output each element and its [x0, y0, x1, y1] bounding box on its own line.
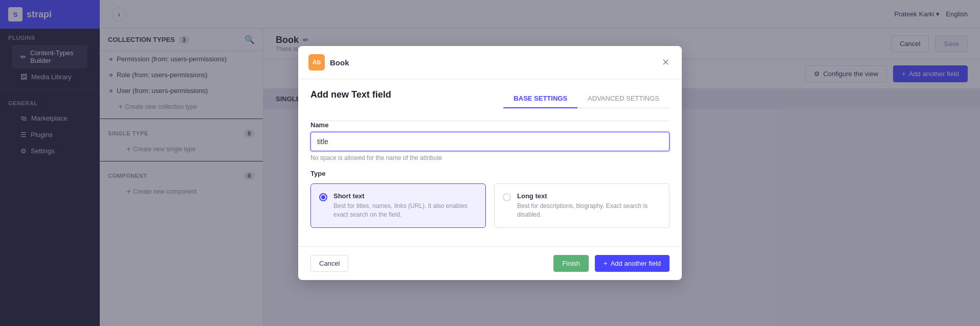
name-hint: No space is allowed for the name of the …: [310, 154, 670, 161]
modal-overlay: Ab Book ✕ Add new Text field BASE SETTIN…: [0, 0, 980, 326]
short-text-option[interactable]: Short text Best for titles, names, links…: [310, 183, 486, 228]
type-options: Short text Best for titles, names, links…: [310, 183, 670, 228]
short-text-desc: Best for titles, names, links (URL). It …: [333, 202, 477, 219]
modal-header: Ab Book ✕: [298, 46, 682, 79]
name-label: Name: [310, 121, 670, 129]
add-text-field-modal: Ab Book ✕ Add new Text field BASE SETTIN…: [298, 46, 682, 280]
modal-footer: Cancel Finish + Add another field: [298, 246, 682, 280]
name-form-group: Name No space is allowed for the name of…: [310, 121, 670, 161]
modal-tabs: BASE SETTINGS ADVANCED SETTINGS: [503, 89, 670, 108]
modal-footer-right: Finish + Add another field: [553, 255, 670, 272]
modal-field-title: Add new Text field: [310, 89, 391, 100]
modal-header-left: Ab Book: [308, 54, 349, 71]
modal-cancel-button[interactable]: Cancel: [310, 255, 348, 272]
modal-add-another-field-button[interactable]: + Add another field: [595, 255, 670, 272]
short-text-radio: [319, 193, 327, 201]
short-text-title: Short text: [333, 192, 477, 200]
long-text-desc: Best for descriptions, biography. Exact …: [517, 202, 661, 219]
type-label: Type: [310, 170, 670, 177]
modal-ab-icon: Ab: [308, 54, 325, 71]
finish-button[interactable]: Finish: [553, 255, 589, 272]
long-text-radio: [503, 193, 511, 201]
type-form-group: Type Short text Best for titles, names, …: [310, 170, 670, 228]
plus-icon: +: [604, 260, 608, 267]
modal-close-button[interactable]: ✕: [660, 55, 672, 70]
long-text-title: Long text: [517, 192, 661, 200]
name-input[interactable]: [310, 132, 670, 151]
long-text-content: Long text Best for descriptions, biograp…: [517, 192, 661, 219]
tab-advanced-settings[interactable]: ADVANCED SETTINGS: [577, 89, 670, 108]
long-text-option[interactable]: Long text Best for descriptions, biograp…: [494, 183, 670, 228]
short-text-content: Short text Best for titles, names, links…: [333, 192, 477, 219]
tab-base-settings[interactable]: BASE SETTINGS: [503, 89, 577, 108]
modal-body: Add new Text field BASE SETTINGS ADVANCE…: [298, 79, 682, 246]
modal-title: Book: [330, 58, 349, 67]
